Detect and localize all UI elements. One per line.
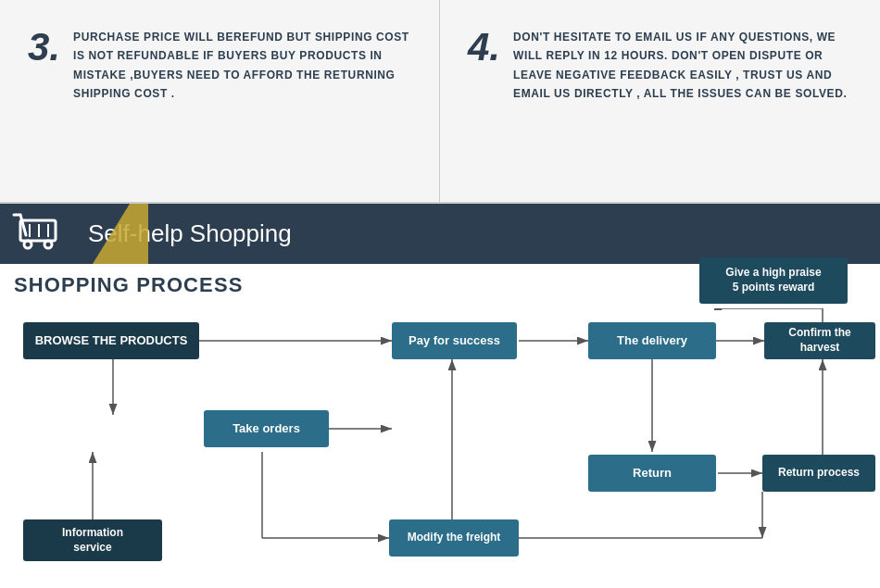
step3-text: PURCHASE PRICE WILL BEREFUND BUT SHIPPIN… — [73, 28, 411, 104]
step4-text: DON'T HESITATE TO EMAIL US IF ANY QUESTI… — [513, 28, 852, 104]
return-label: Return — [633, 466, 672, 482]
banner: Self-help Shopping — [0, 204, 880, 264]
step3-container: 3. PURCHASE PRICE WILL BEREFUND BUT SHIP… — [0, 0, 440, 202]
cart-icon — [9, 206, 65, 261]
browse-products-box: BROWSE THE PRODUCTS — [23, 322, 199, 359]
svg-point-2 — [44, 241, 52, 248]
take-orders-label: Take orders — [233, 421, 300, 437]
return-box: Return — [588, 455, 716, 492]
modify-freight-box: Modify the freight — [389, 519, 519, 557]
info-service-box: Informationservice — [23, 519, 162, 561]
delivery-box: The delivery — [588, 322, 716, 359]
process-area: SHOPPING PROCESS — [0, 264, 880, 588]
return-process-label: Return process — [778, 466, 860, 481]
flow-diagram: Give a high praise5 points reward BROWSE… — [14, 308, 880, 577]
confirm-label: Confirm theharvest — [788, 326, 850, 355]
take-orders-box: Take orders — [204, 410, 329, 447]
modify-freight-label: Modify the freight — [408, 531, 501, 545]
step3-number: 3. — [28, 28, 60, 67]
delivery-label: The delivery — [617, 333, 687, 349]
pay-label: Pay for success — [409, 333, 500, 349]
bottom-section: Self-help Shopping SHOPPING PROCESS — [0, 204, 880, 588]
confirm-harvest-box: Confirm theharvest — [764, 322, 875, 359]
pay-success-box: Pay for success — [392, 322, 517, 359]
info-service-label: Informationservice — [62, 526, 123, 555]
step4-container: 4. DON'T HESITATE TO EMAIL US IF ANY QUE… — [440, 0, 880, 202]
return-process-box: Return process — [762, 455, 875, 492]
svg-point-1 — [24, 241, 31, 248]
top-section: 3. PURCHASE PRICE WILL BEREFUND BUT SHIP… — [0, 0, 880, 204]
give-praise-box: Give a high praise5 points reward — [699, 257, 848, 304]
browse-label: BROWSE THE PRODUCTS — [35, 333, 188, 349]
give-praise-label: Give a high praise5 points reward — [725, 266, 821, 294]
step4-number: 4. — [468, 28, 500, 67]
